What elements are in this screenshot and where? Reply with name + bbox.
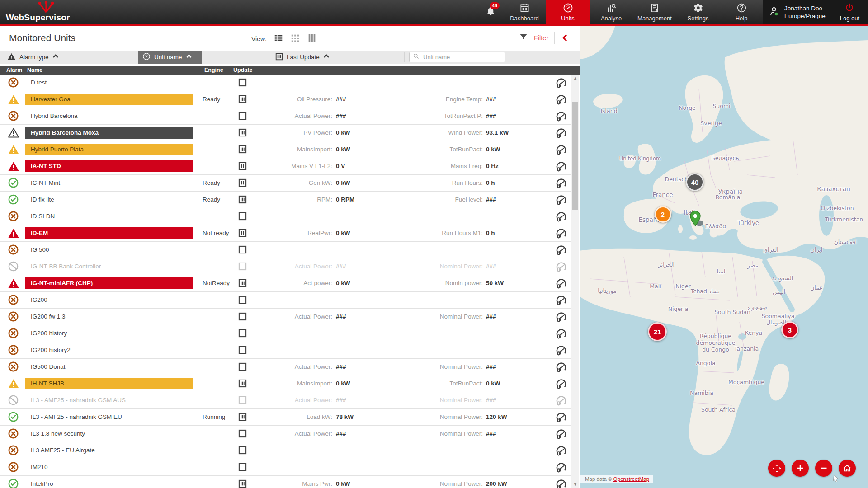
logout-button[interactable]: Log out bbox=[831, 3, 868, 22]
unit-detail-gauge-icon[interactable] bbox=[555, 244, 567, 258]
user-section[interactable]: Jonathan Doe Europe/Prague Log out bbox=[763, 0, 868, 24]
table-row[interactable]: Hybrid Barcelona MoxaPV Power:0 kWWind P… bbox=[0, 125, 571, 141]
unit-detail-gauge-icon[interactable] bbox=[555, 261, 567, 275]
table-row[interactable]: Hybrid BarcelonaActual Power:###TotRunPa… bbox=[0, 108, 571, 125]
data-label: Run Hours M1: bbox=[442, 225, 483, 241]
view-list-button[interactable] bbox=[274, 33, 283, 44]
data-label: Actual Power: bbox=[295, 309, 332, 325]
openstreetmap-link[interactable]: OpenstreetMap bbox=[613, 476, 649, 482]
alarm-error-icon bbox=[8, 311, 19, 323]
unit-detail-gauge-icon[interactable] bbox=[555, 144, 567, 158]
units-map[interactable]: ÍslandUnited KingdomNorgeSuomiSverigeБел… bbox=[580, 26, 868, 488]
notifications-bell[interactable]: 46 bbox=[478, 0, 503, 24]
sort-last-update[interactable]: Last Update bbox=[275, 51, 330, 64]
view-columns-button[interactable] bbox=[307, 33, 317, 44]
search-input[interactable] bbox=[422, 53, 502, 61]
zoom-in-button[interactable] bbox=[792, 460, 809, 477]
map-location-pin[interactable] bbox=[689, 211, 704, 230]
home-button[interactable] bbox=[839, 460, 856, 477]
unit-detail-gauge-icon[interactable] bbox=[555, 211, 567, 225]
table-row[interactable]: IG500 DonatActual Power:###Nominal Power… bbox=[0, 359, 571, 375]
table-row[interactable]: IG 500 bbox=[0, 242, 571, 258]
unit-detail-gauge-icon[interactable] bbox=[555, 110, 567, 124]
table-row[interactable]: IH-NT SHJBMainsImport:0 kWTotRunPact:0 k… bbox=[0, 375, 571, 392]
data-label: TotRunPact: bbox=[449, 141, 483, 158]
nav-item-dashboard[interactable]: Dashboard bbox=[503, 0, 546, 24]
page-previous-button[interactable] bbox=[561, 33, 570, 42]
scrollbar-thumb[interactable] bbox=[572, 102, 578, 210]
unit-detail-gauge-icon[interactable] bbox=[555, 378, 567, 392]
unit-detail-gauge-icon[interactable] bbox=[555, 277, 567, 291]
table-row[interactable]: Hybrid Puerto PlataMainsImport:0 kWTotRu… bbox=[0, 141, 571, 158]
unit-detail-gauge-icon[interactable] bbox=[555, 294, 567, 308]
unit-detail-gauge-icon[interactable] bbox=[555, 344, 567, 358]
table-row[interactable]: ID SLDN bbox=[0, 208, 571, 225]
unit-detail-gauge-icon[interactable] bbox=[555, 194, 567, 208]
nav-item-management[interactable]: Management bbox=[633, 0, 676, 24]
table-row[interactable]: ID-EMNot readyRealPwr:0 kWRun Hours M1:0… bbox=[0, 225, 571, 242]
scroll-down-arrow[interactable]: ▼ bbox=[571, 482, 579, 487]
scroll-up-arrow[interactable]: ▲ bbox=[571, 76, 579, 80]
unit-detail-gauge-icon[interactable] bbox=[555, 428, 567, 442]
table-row[interactable]: D test bbox=[0, 75, 571, 91]
units-table: D testHarvester GoaReadyOil Pressure:###… bbox=[0, 75, 571, 488]
table-row[interactable]: IG200 fw 1.3Actual Power:###Nominal Powe… bbox=[0, 309, 571, 325]
unit-name: IG-NT-miniAFR (CHP) bbox=[25, 277, 193, 289]
table-row[interactable]: IG-NT-BB Bank ControllerActual Power:###… bbox=[0, 258, 571, 275]
sort-alarm-type[interactable]: Alarm type bbox=[7, 51, 59, 64]
table-row[interactable]: Harvester GoaReadyOil Pressure:###Engine… bbox=[0, 91, 571, 108]
table-scrollbar[interactable]: ▲ ▼ bbox=[571, 75, 579, 488]
app-logo[interactable]: WebSupervisor bbox=[0, 0, 118, 24]
unit-detail-gauge-icon[interactable] bbox=[555, 411, 567, 425]
zoom-out-button[interactable] bbox=[815, 460, 832, 477]
unit-detail-gauge-icon[interactable] bbox=[555, 311, 567, 325]
nav-item-analyse[interactable]: Analyse bbox=[590, 0, 633, 24]
filter-button[interactable]: Filter bbox=[534, 34, 548, 42]
view-label: View: bbox=[251, 35, 267, 42]
unit-detail-gauge-icon[interactable] bbox=[555, 177, 567, 191]
unit-detail-gauge-icon[interactable] bbox=[555, 127, 567, 141]
table-row[interactable]: InteliProMains Pwr:0 kWNominal Power:200… bbox=[0, 476, 571, 488]
nav-items: DashboardUnitsAnalyseManagementSettingsH… bbox=[503, 0, 763, 24]
nav-item-help[interactable]: Help bbox=[720, 0, 763, 24]
unit-detail-gauge-icon[interactable] bbox=[555, 478, 567, 488]
analyse-icon bbox=[606, 3, 617, 14]
map-cluster-marker[interactable]: 2 bbox=[655, 206, 671, 223]
unit-detail-gauge-icon[interactable] bbox=[555, 227, 567, 241]
unit-name: IG 500 bbox=[25, 244, 193, 256]
table-row[interactable]: IA-NT STDMains V L1-L2:0 VMains Freq:0 H… bbox=[0, 158, 571, 175]
alarm-critical-icon bbox=[8, 227, 19, 239]
unit-detail-gauge-icon[interactable] bbox=[555, 361, 567, 375]
map-cluster-marker[interactable]: 40 bbox=[686, 173, 704, 191]
sort-unit-name-active[interactable]: Unit name bbox=[138, 51, 202, 64]
table-row[interactable]: IL3 - AMF25 - nahradnik GSM AUSActual Po… bbox=[0, 392, 571, 409]
table-row[interactable]: IL3 1.8 new securityActual Power:###Nomi… bbox=[0, 426, 571, 442]
table-row[interactable]: IG-NT-miniAFR (CHP)NotReadyAct power:0 k… bbox=[0, 275, 571, 292]
table-row[interactable]: IL3 AMF25 - EU Airgate bbox=[0, 442, 571, 459]
unit-detail-gauge-icon[interactable] bbox=[555, 445, 567, 459]
data-value: 0 kW bbox=[336, 275, 350, 291]
table-row[interactable]: IM210 bbox=[0, 459, 571, 476]
pan-button[interactable] bbox=[768, 460, 785, 477]
data-value: 0 h bbox=[486, 175, 495, 191]
nav-item-units[interactable]: Units bbox=[546, 0, 590, 24]
map-cluster-marker[interactable]: 3 bbox=[781, 321, 798, 338]
table-row[interactable]: IL3 - AMF25 - nahradnik GSM EURunningLoa… bbox=[0, 409, 571, 426]
unit-detail-gauge-icon[interactable] bbox=[555, 328, 567, 342]
top-navigation-bar: WebSupervisor 46 DashboardUnitsAnalyseMa… bbox=[0, 0, 868, 26]
data-value: ### bbox=[486, 192, 496, 208]
nav-item-settings[interactable]: Settings bbox=[676, 0, 720, 24]
table-row[interactable]: IG200 bbox=[0, 292, 571, 309]
unit-detail-gauge-icon[interactable] bbox=[555, 77, 567, 91]
table-row[interactable]: IG200 history bbox=[0, 325, 571, 342]
table-row[interactable]: ID flx liteReadyRPM:0 RPMFuel level:### bbox=[0, 192, 571, 208]
unit-detail-gauge-icon[interactable] bbox=[555, 394, 567, 408]
view-grid-button[interactable] bbox=[290, 33, 300, 44]
update-checkbox-icon bbox=[238, 78, 247, 89]
map-cluster-marker[interactable]: 21 bbox=[648, 322, 667, 341]
table-row[interactable]: IC-NT MintReadyGen kW:0 kWRun Hours:0 h bbox=[0, 175, 571, 192]
unit-detail-gauge-icon[interactable] bbox=[555, 160, 567, 174]
unit-detail-gauge-icon[interactable] bbox=[555, 94, 567, 108]
unit-detail-gauge-icon[interactable] bbox=[555, 461, 567, 475]
table-row[interactable]: IG200 history2 bbox=[0, 342, 571, 359]
